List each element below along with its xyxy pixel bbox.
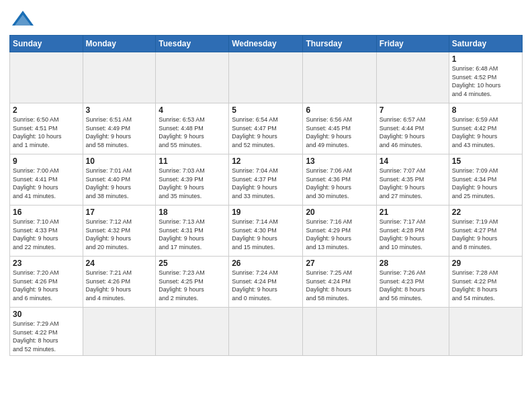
calendar-cell xyxy=(229,52,303,103)
calendar-cell: 25Sunrise: 7:23 AM Sunset: 4:25 PM Dayli… xyxy=(156,257,229,308)
day-info: Sunrise: 7:28 AM Sunset: 4:22 PM Dayligh… xyxy=(452,269,519,302)
day-info: Sunrise: 7:04 AM Sunset: 4:37 PM Dayligh… xyxy=(232,167,300,200)
calendar-cell: 13Sunrise: 7:06 AM Sunset: 4:36 PM Dayli… xyxy=(303,154,376,205)
calendar-cell: 12Sunrise: 7:04 AM Sunset: 4:37 PM Dayli… xyxy=(229,154,303,205)
weekday-tuesday: Tuesday xyxy=(156,36,229,52)
calendar-cell: 26Sunrise: 7:24 AM Sunset: 4:24 PM Dayli… xyxy=(229,257,303,308)
day-number: 1 xyxy=(452,54,519,64)
calendar-cell: 14Sunrise: 7:07 AM Sunset: 4:35 PM Dayli… xyxy=(376,154,449,205)
calendar-cell: 3Sunrise: 6:51 AM Sunset: 4:49 PM Daylig… xyxy=(83,103,156,154)
calendar-cell xyxy=(83,52,156,103)
day-number: 16 xyxy=(13,208,80,217)
week-row-2: 9Sunrise: 7:00 AM Sunset: 4:41 PM Daylig… xyxy=(10,154,523,205)
day-number: 3 xyxy=(86,105,153,115)
day-number: 28 xyxy=(380,259,446,268)
calendar-cell xyxy=(229,308,303,356)
day-number: 11 xyxy=(159,156,226,166)
calendar-cell: 20Sunrise: 7:16 AM Sunset: 4:29 PM Dayli… xyxy=(303,205,376,257)
day-info: Sunrise: 6:59 AM Sunset: 4:42 PM Dayligh… xyxy=(452,116,519,149)
day-number: 12 xyxy=(232,156,300,166)
day-number: 15 xyxy=(452,156,519,166)
calendar-cell xyxy=(449,308,522,356)
weekday-friday: Friday xyxy=(376,36,449,52)
calendar-cell: 18Sunrise: 7:13 AM Sunset: 4:31 PM Dayli… xyxy=(156,205,229,257)
day-number: 8 xyxy=(452,105,519,115)
day-info: Sunrise: 7:01 AM Sunset: 4:40 PM Dayligh… xyxy=(86,167,153,200)
day-number: 2 xyxy=(13,105,80,115)
day-number: 27 xyxy=(306,259,373,268)
calendar-table: SundayMondayTuesdayWednesdayThursdayFrid… xyxy=(9,35,523,356)
calendar-cell xyxy=(156,308,229,356)
day-number: 5 xyxy=(232,105,300,115)
calendar-cell: 7Sunrise: 6:57 AM Sunset: 4:44 PM Daylig… xyxy=(376,103,449,154)
day-number: 17 xyxy=(86,208,153,217)
calendar-cell: 23Sunrise: 7:20 AM Sunset: 4:26 PM Dayli… xyxy=(10,257,83,308)
day-info: Sunrise: 7:26 AM Sunset: 4:23 PM Dayligh… xyxy=(380,269,446,302)
calendar-cell: 15Sunrise: 7:09 AM Sunset: 4:34 PM Dayli… xyxy=(449,154,522,205)
calendar-cell: 19Sunrise: 7:14 AM Sunset: 4:30 PM Dayli… xyxy=(229,205,303,257)
calendar-cell xyxy=(376,52,449,103)
weekday-monday: Monday xyxy=(83,36,156,52)
day-number: 20 xyxy=(306,208,373,217)
calendar-cell: 10Sunrise: 7:01 AM Sunset: 4:40 PM Dayli… xyxy=(83,154,156,205)
day-info: Sunrise: 7:09 AM Sunset: 4:34 PM Dayligh… xyxy=(452,167,519,200)
day-info: Sunrise: 7:14 AM Sunset: 4:30 PM Dayligh… xyxy=(232,218,300,251)
day-number: 4 xyxy=(159,105,226,115)
day-number: 13 xyxy=(306,156,373,166)
logo xyxy=(9,9,35,31)
day-info: Sunrise: 7:24 AM Sunset: 4:24 PM Dayligh… xyxy=(232,269,300,302)
week-row-1: 2Sunrise: 6:50 AM Sunset: 4:51 PM Daylig… xyxy=(10,103,523,154)
day-number: 29 xyxy=(452,259,519,268)
calendar-cell: 2Sunrise: 6:50 AM Sunset: 4:51 PM Daylig… xyxy=(10,103,83,154)
weekday-thursday: Thursday xyxy=(303,36,376,52)
calendar-cell: 16Sunrise: 7:10 AM Sunset: 4:33 PM Dayli… xyxy=(10,205,83,257)
day-number: 10 xyxy=(86,156,153,166)
day-info: Sunrise: 6:57 AM Sunset: 4:44 PM Dayligh… xyxy=(380,116,446,149)
day-number: 7 xyxy=(380,105,446,115)
calendar-cell xyxy=(376,308,449,356)
day-number: 25 xyxy=(159,259,226,268)
day-number: 22 xyxy=(452,208,519,217)
day-number: 24 xyxy=(86,259,153,268)
weekday-saturday: Saturday xyxy=(449,36,522,52)
calendar-cell xyxy=(303,308,376,356)
day-info: Sunrise: 7:10 AM Sunset: 4:33 PM Dayligh… xyxy=(13,218,80,251)
day-info: Sunrise: 6:50 AM Sunset: 4:51 PM Dayligh… xyxy=(13,116,80,149)
calendar-cell: 6Sunrise: 6:56 AM Sunset: 4:45 PM Daylig… xyxy=(303,103,376,154)
week-row-5: 30Sunrise: 7:29 AM Sunset: 4:22 PM Dayli… xyxy=(10,308,523,356)
week-row-0: 1Sunrise: 6:48 AM Sunset: 4:52 PM Daylig… xyxy=(10,52,523,103)
day-number: 6 xyxy=(306,105,373,115)
calendar-cell xyxy=(83,308,156,356)
day-number: 26 xyxy=(232,259,300,268)
logo-icon xyxy=(11,9,35,28)
weekday-header-row: SundayMondayTuesdayWednesdayThursdayFrid… xyxy=(10,36,523,52)
day-info: Sunrise: 7:07 AM Sunset: 4:35 PM Dayligh… xyxy=(380,167,446,200)
calendar-cell xyxy=(10,52,83,103)
day-number: 9 xyxy=(13,156,80,166)
calendar-cell: 22Sunrise: 7:19 AM Sunset: 4:27 PM Dayli… xyxy=(449,205,522,257)
day-info: Sunrise: 7:06 AM Sunset: 4:36 PM Dayligh… xyxy=(306,167,373,200)
day-info: Sunrise: 7:12 AM Sunset: 4:32 PM Dayligh… xyxy=(86,218,153,251)
day-info: Sunrise: 7:13 AM Sunset: 4:31 PM Dayligh… xyxy=(159,218,226,251)
day-number: 18 xyxy=(159,208,226,217)
day-info: Sunrise: 6:48 AM Sunset: 4:52 PM Dayligh… xyxy=(452,64,519,98)
day-info: Sunrise: 6:54 AM Sunset: 4:47 PM Dayligh… xyxy=(232,116,300,149)
day-info: Sunrise: 7:16 AM Sunset: 4:29 PM Dayligh… xyxy=(306,218,373,251)
day-info: Sunrise: 7:29 AM Sunset: 4:22 PM Dayligh… xyxy=(13,320,80,353)
calendar-cell: 30Sunrise: 7:29 AM Sunset: 4:22 PM Dayli… xyxy=(10,308,83,356)
day-info: Sunrise: 7:25 AM Sunset: 4:24 PM Dayligh… xyxy=(306,269,373,302)
day-number: 23 xyxy=(13,259,80,268)
day-info: Sunrise: 7:23 AM Sunset: 4:25 PM Dayligh… xyxy=(159,269,226,302)
week-row-3: 16Sunrise: 7:10 AM Sunset: 4:33 PM Dayli… xyxy=(10,205,523,257)
calendar-cell: 8Sunrise: 6:59 AM Sunset: 4:42 PM Daylig… xyxy=(449,103,522,154)
weekday-sunday: Sunday xyxy=(10,36,83,52)
day-info: Sunrise: 7:00 AM Sunset: 4:41 PM Dayligh… xyxy=(13,167,80,200)
calendar-cell: 1Sunrise: 6:48 AM Sunset: 4:52 PM Daylig… xyxy=(449,52,522,103)
weekday-wednesday: Wednesday xyxy=(229,36,303,52)
day-number: 30 xyxy=(13,310,80,319)
calendar-cell: 5Sunrise: 6:54 AM Sunset: 4:47 PM Daylig… xyxy=(229,103,303,154)
day-info: Sunrise: 7:19 AM Sunset: 4:27 PM Dayligh… xyxy=(452,218,519,251)
header xyxy=(9,7,523,31)
day-info: Sunrise: 7:21 AM Sunset: 4:26 PM Dayligh… xyxy=(86,269,153,302)
day-number: 21 xyxy=(380,208,446,217)
